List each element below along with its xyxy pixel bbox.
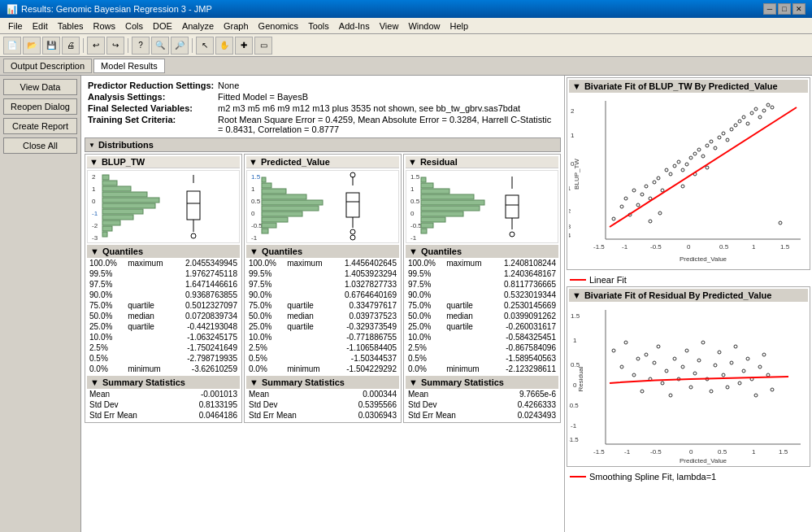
svg-rect-55 [421, 200, 484, 205]
svg-text:1.5: 1.5 [410, 173, 420, 181]
svg-rect-52 [421, 183, 433, 188]
create-report-button[interactable]: Create Report [3, 118, 77, 134]
svg-point-126 [681, 185, 684, 188]
menu-analyze[interactable]: Analyze [177, 20, 219, 33]
biv1-label: Bivariate Fit of BLUP_TW By Predicted_Va… [584, 81, 778, 91]
svg-text:-4: -4 [569, 232, 571, 239]
svg-rect-28 [262, 177, 266, 182]
svg-text:1: 1 [752, 243, 756, 251]
linear-fit-label[interactable]: Linear Fit [567, 273, 810, 286]
menu-help[interactable]: Help [445, 20, 474, 33]
toolbar-zoom-in[interactable]: 🔍 [151, 37, 169, 55]
svg-point-157 [657, 345, 660, 348]
toolbar-help[interactable]: ? [132, 37, 150, 55]
predictor-value: None [218, 81, 558, 90]
sep2 [128, 38, 128, 53]
menu-window[interactable]: Window [403, 20, 445, 33]
svg-point-90 [640, 193, 644, 196]
table-row: 75.0%quartile0.2530145669 [406, 300, 558, 311]
toolbar-redo[interactable]: ↪ [106, 37, 124, 55]
table-row: 99.5%1.2403648167 [406, 268, 558, 279]
menu-edit[interactable]: Edit [28, 20, 53, 33]
close-button[interactable]: ✕ [792, 3, 805, 15]
toolbar-open[interactable]: 📂 [23, 37, 41, 55]
svg-point-111 [726, 138, 729, 142]
toolbar-hand[interactable]: ✋ [215, 37, 233, 55]
blup-panel-title[interactable]: ▼ BLUP_TW [87, 156, 240, 168]
svg-text:1.5: 1.5 [251, 173, 261, 181]
blup-summary-table: Mean-0.001013 Std Dev0.8133195 Std Err M… [87, 389, 240, 421]
toolbar-save[interactable]: 💾 [42, 37, 60, 55]
close-all-button[interactable]: Close All [3, 137, 77, 154]
linear-fit-line-icon [570, 279, 586, 281]
svg-text:-2: -2 [569, 207, 571, 215]
residual-quantiles-table: 100.0%maximum1.2408108244 99.5%1.2403648… [406, 258, 558, 374]
svg-rect-62 [506, 195, 519, 218]
svg-point-117 [750, 111, 753, 115]
variables-row: Final Selected Variables: m2 m3 m5 m6 m9… [88, 103, 558, 113]
bivariate-title-1[interactable]: ▼ Bivariate Fit of BLUP_TW By Predicted_… [569, 80, 808, 93]
svg-text:-3: -3 [569, 223, 571, 230]
svg-point-167 [697, 359, 701, 362]
menu-view[interactable]: View [375, 20, 404, 33]
reopen-dialog-button[interactable]: Reopen Dialog [3, 98, 77, 115]
residual-panel-title[interactable]: ▼ Residual [406, 156, 558, 168]
svg-text:0.5: 0.5 [410, 198, 420, 205]
table-row: 0.5%-2.798719935 [87, 353, 240, 364]
svg-point-86 [624, 197, 627, 200]
menu-cols[interactable]: Cols [120, 20, 148, 33]
svg-point-107 [710, 140, 713, 143]
menu-rows[interactable]: Rows [89, 20, 121, 33]
bivariate-scatter-1: 2 1 0 -1 -2 -3 -4 BLUP_TW -1.5 -1 -0.5 0… [569, 93, 809, 268]
biv1-triangle: ▼ [572, 81, 581, 91]
svg-point-160 [669, 394, 672, 397]
svg-text:1: 1 [410, 185, 415, 193]
maximize-button[interactable]: □ [778, 3, 791, 15]
blup-quantiles-header[interactable]: ▼ Quantiles [87, 245, 240, 258]
view-data-button[interactable]: View Data [3, 79, 77, 95]
predicted-quantiles-header[interactable]: ▼ Quantiles [246, 245, 399, 258]
residual-quantiles-header[interactable]: ▼ Quantiles [406, 245, 558, 258]
predicted-summary-header[interactable]: ▼ Summary Statistics [246, 376, 399, 389]
dist-panel-predicted: ▼ Predicted_Value 1.5 1 0.5 0 -0.5 -1 [244, 154, 402, 423]
svg-point-152 [636, 357, 640, 360]
bivariate-title-2[interactable]: ▼ Bivariate Fit of Residual By Predicted… [569, 289, 808, 302]
blup-summary-header[interactable]: ▼ Summary Statistics [87, 376, 240, 389]
svg-point-94 [657, 177, 660, 180]
spline-fit-label[interactable]: Smoothing Spline Fit, lambda=1 [567, 470, 810, 483]
toolbar-undo[interactable]: ↩ [87, 37, 105, 55]
distributions-header[interactable]: ▼ Distributions [85, 137, 561, 152]
menu-file[interactable]: File [3, 20, 28, 33]
svg-point-101 [685, 163, 688, 166]
svg-point-164 [685, 349, 688, 352]
toolbar-select[interactable]: ▭ [254, 37, 272, 55]
predicted-panel-title[interactable]: ▼ Predicted_Value [246, 156, 399, 168]
tab-model[interactable]: Model Results [93, 59, 165, 73]
menu-tables[interactable]: Tables [53, 20, 89, 33]
toolbar-cross[interactable]: ✚ [235, 37, 253, 55]
menu-tools[interactable]: Tools [303, 20, 334, 33]
app-icon: 📊 [7, 4, 18, 15]
menu-genomics[interactable]: Genomics [254, 20, 304, 33]
toolbar-print[interactable]: 🖨 [62, 37, 80, 55]
svg-text:-1: -1 [571, 422, 577, 430]
table-row: Std Dev0.4266333 [406, 399, 558, 410]
svg-rect-57 [421, 211, 463, 216]
menu-addins[interactable]: Add-Ins [334, 20, 375, 33]
svg-text:Predicted_Value: Predicted_Value [680, 255, 727, 263]
variables-label: Final Selected Variables: [88, 103, 218, 113]
pred-q-triangle: ▼ [250, 246, 258, 256]
res-s-triangle: ▼ [409, 377, 418, 387]
toolbar-arrow[interactable]: ↖ [196, 37, 214, 55]
residual-summary-header[interactable]: ▼ Summary Statistics [406, 376, 558, 389]
svg-text:1: 1 [251, 185, 255, 193]
menu-graph[interactable]: Graph [219, 20, 254, 33]
minimize-button[interactable]: ─ [763, 3, 776, 15]
svg-point-174 [726, 386, 729, 389]
toolbar-zoom-out[interactable]: 🔎 [171, 37, 189, 55]
menu-doe[interactable]: DOE [148, 20, 177, 33]
table-row: 10.0%-0.771886755 [246, 332, 399, 342]
tab-output[interactable]: Output Description [3, 59, 92, 73]
toolbar-new[interactable]: 📄 [3, 37, 21, 55]
pred-s-label: Summary Statistics [262, 377, 345, 387]
